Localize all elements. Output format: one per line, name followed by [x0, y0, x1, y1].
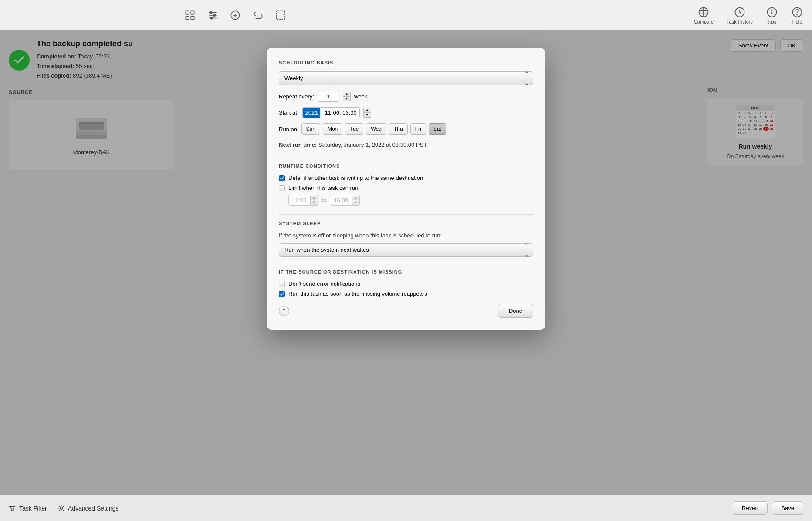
runon-label: Run on:: [279, 126, 299, 132]
time-from-input[interactable]: 16:00 ▲ ▼: [288, 195, 318, 206]
task-history-action[interactable]: Task History: [727, 6, 753, 24]
task-history-label: Task History: [727, 19, 753, 24]
date-rest: -11-06, 03:30: [320, 108, 359, 118]
run-missing-checkbox[interactable]: [279, 291, 285, 297]
repeat-up[interactable]: ▲: [343, 92, 351, 97]
time-to-up[interactable]: ▲: [352, 196, 359, 200]
compare-action[interactable]: Compare: [694, 6, 714, 24]
repeat-unit: week: [354, 93, 367, 100]
sleep-select-wrapper[interactable]: Run when the system next wakes Skip this…: [279, 243, 533, 257]
divider-3: [279, 263, 533, 263]
repeat-row: Repeat every: ▲ ▼ week: [279, 91, 533, 102]
day-fri[interactable]: Fri: [410, 123, 426, 135]
time-range-row: 16:00 ▲ ▼ to 16:00 ▲ ▼: [288, 195, 533, 206]
sleep-select[interactable]: Run when the system next wakes Skip this…: [279, 243, 533, 257]
missing-title: IF THE SOURCE OR DESTINATION IS MISSING: [279, 269, 533, 274]
time-from-val: 16:00: [289, 195, 310, 205]
bottom-bar: Task Filter Advanced Settings Revert Sav…: [0, 495, 812, 521]
svg-rect-2: [186, 16, 189, 20]
day-tue[interactable]: Tue: [345, 123, 363, 135]
defer-row: Defer if another task is writing to the …: [279, 175, 533, 181]
run-missing-label: Run this task as soon as the missing vol…: [288, 291, 427, 297]
day-sat[interactable]: Sat: [429, 123, 446, 135]
divider-2: [279, 214, 533, 215]
svg-rect-1: [191, 11, 194, 14]
tips-action[interactable]: Tips: [766, 6, 778, 24]
save-button[interactable]: Save: [772, 501, 803, 515]
next-run-value: Saturday, January 1, 2022 at 03:30:00 PS…: [318, 142, 427, 148]
plus-circle-icon[interactable]: [228, 8, 242, 22]
date-down[interactable]: ▼: [363, 113, 371, 118]
done-button[interactable]: Done: [498, 304, 533, 318]
repeat-label: Repeat every:: [279, 93, 314, 100]
date-stepper[interactable]: ▲ ▼: [363, 108, 371, 118]
time-from-up[interactable]: ▲: [310, 196, 318, 200]
scheduling-basis-title: SCHEDULING BASIS: [279, 60, 533, 65]
next-run: Next run time: Saturday, January 1, 2022…: [279, 142, 533, 148]
run-missing-row: Run this task as soon as the missing vol…: [279, 291, 533, 297]
time-to-val: 16:00: [330, 195, 352, 205]
main-content: The backup completed su Completed on: To…: [0, 30, 812, 495]
svg-rect-3: [191, 16, 194, 20]
toolbar-icons: [9, 8, 288, 22]
day-wed[interactable]: Wed: [366, 123, 386, 135]
defer-checkbox[interactable]: [279, 175, 285, 181]
start-label: Start at:: [279, 109, 299, 116]
time-to-input[interactable]: 16:00 ▲ ▼: [330, 195, 360, 206]
help-button[interactable]: ?: [279, 306, 289, 316]
date-input[interactable]: 2021 -11-06, 03:30: [302, 107, 360, 118]
no-notify-checkbox[interactable]: [279, 281, 285, 287]
grid-icon[interactable]: [183, 8, 197, 22]
svg-point-18: [771, 10, 772, 10]
day-thu[interactable]: Thu: [389, 123, 408, 135]
time-from-stepper[interactable]: ▲ ▼: [310, 196, 318, 205]
advanced-settings-label: Advanced Settings: [68, 505, 119, 512]
task-filter-action[interactable]: Task Filter: [9, 504, 47, 512]
limit-row: Limit when this task can run: [279, 185, 533, 191]
svg-point-20: [797, 14, 797, 15]
time-to-stepper[interactable]: ▲ ▼: [352, 196, 359, 205]
task-filter-label: Task Filter: [19, 505, 47, 512]
toolbar: Compare Task History Tips Help: [0, 0, 812, 30]
runtime-conditions-title: RUNTIME CONDITIONS: [279, 163, 533, 169]
help-action[interactable]: Help: [791, 6, 803, 24]
system-sleep-desc: If the system is off or sleeping when th…: [279, 232, 533, 239]
date-up[interactable]: ▲: [363, 108, 371, 113]
limit-checkbox[interactable]: [279, 185, 285, 191]
svg-point-29: [60, 507, 62, 509]
modal-overlay: SCHEDULING BASIS Weekly Daily Monthly Cu…: [0, 30, 812, 495]
scheduling-modal: SCHEDULING BASIS Weekly Daily Monthly Cu…: [267, 48, 545, 330]
day-mon[interactable]: Mon: [323, 123, 342, 135]
bottom-right: Revert Save: [733, 501, 803, 515]
defer-label: Defer if another task is writing to the …: [288, 175, 423, 181]
runon-row: Run on: Sun Mon Tue Wed Thu Fri Sat: [279, 123, 533, 135]
no-notify-label: Don't send error notifications: [288, 281, 360, 287]
svg-point-5: [210, 11, 212, 13]
day-sun[interactable]: Sun: [301, 123, 320, 135]
svg-point-7: [213, 14, 215, 16]
bottom-left: Task Filter Advanced Settings: [9, 504, 119, 512]
repeat-down[interactable]: ▼: [343, 97, 351, 101]
limit-label: Limit when this task can run: [288, 185, 358, 191]
compare-label: Compare: [694, 19, 714, 24]
date-year: 2021: [303, 108, 321, 118]
revert-button[interactable]: Revert: [733, 501, 768, 515]
time-from-down[interactable]: ▼: [310, 200, 318, 205]
sliders-icon[interactable]: [206, 8, 220, 22]
selection-icon[interactable]: [274, 8, 288, 22]
time-to-down[interactable]: ▼: [352, 200, 359, 205]
repeat-input[interactable]: [318, 91, 339, 102]
system-sleep-title: SYSTEM SLEEP: [279, 221, 533, 226]
basis-select[interactable]: Weekly Daily Monthly Custom: [279, 71, 533, 85]
next-run-label: Next run time:: [279, 142, 317, 148]
time-to-label: to: [322, 197, 327, 203]
svg-rect-13: [276, 11, 285, 20]
undo-icon[interactable]: [251, 8, 265, 22]
repeat-stepper[interactable]: ▲ ▼: [343, 92, 351, 101]
basis-select-wrapper[interactable]: Weekly Daily Monthly Custom ⌃⌄: [279, 71, 533, 85]
advanced-settings-action[interactable]: Advanced Settings: [58, 504, 119, 512]
svg-point-9: [211, 17, 213, 19]
start-row: Start at: 2021 -11-06, 03:30 ▲ ▼: [279, 107, 533, 118]
divider-1: [279, 157, 533, 157]
tips-label: Tips: [768, 19, 776, 24]
